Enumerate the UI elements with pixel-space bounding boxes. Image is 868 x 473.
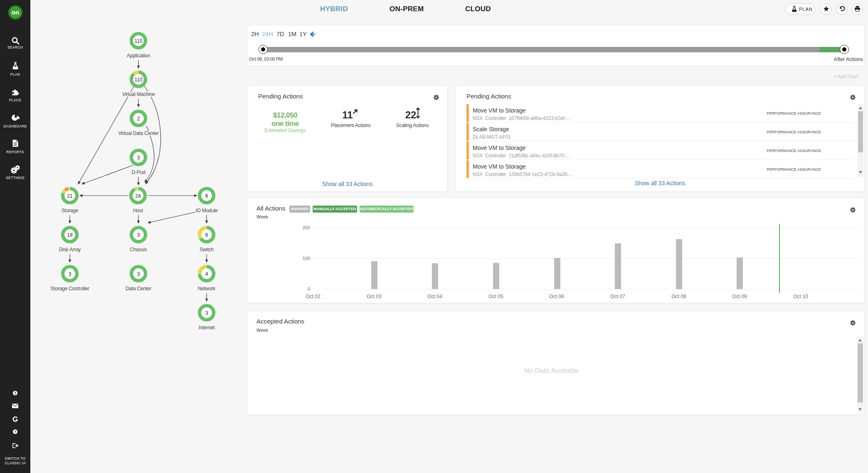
- svg-text:Switch: Switch: [200, 247, 214, 252]
- svg-text:6: 6: [205, 232, 208, 238]
- svg-text:Network: Network: [198, 286, 216, 292]
- svg-text:4: 4: [205, 271, 208, 277]
- svg-text:Internet: Internet: [199, 325, 215, 331]
- svg-text:3: 3: [137, 271, 140, 277]
- svg-text:Application: Application: [127, 53, 150, 59]
- svg-text:18: 18: [67, 232, 73, 238]
- svg-text:Virtual Machine: Virtual Machine: [122, 91, 155, 97]
- svg-text:Virtual Data Center: Virtual Data Center: [118, 130, 158, 136]
- svg-text:6: 6: [205, 193, 208, 199]
- svg-text:21: 21: [67, 193, 73, 199]
- svg-text:Chassis: Chassis: [130, 247, 147, 252]
- svg-text:D-Pod: D-Pod: [132, 169, 145, 175]
- svg-text:2: 2: [137, 116, 140, 122]
- svg-text:IO Module: IO Module: [195, 208, 218, 213]
- svg-text:Storage: Storage: [62, 208, 79, 213]
- svg-text:?: ?: [14, 430, 16, 434]
- svg-text:24: 24: [135, 193, 141, 199]
- svg-text:Storage Controller: Storage Controller: [51, 286, 89, 292]
- svg-text:110: 110: [134, 38, 142, 44]
- svg-text:Host: Host: [133, 208, 143, 213]
- svg-text:Data Center: Data Center: [126, 286, 151, 292]
- svg-text:110: 110: [134, 77, 142, 83]
- svg-text:3: 3: [137, 232, 140, 238]
- svg-text:3: 3: [205, 310, 208, 316]
- svg-text:Disk Array: Disk Array: [59, 247, 81, 252]
- svg-text:3: 3: [137, 155, 140, 161]
- svg-text:3: 3: [69, 271, 72, 277]
